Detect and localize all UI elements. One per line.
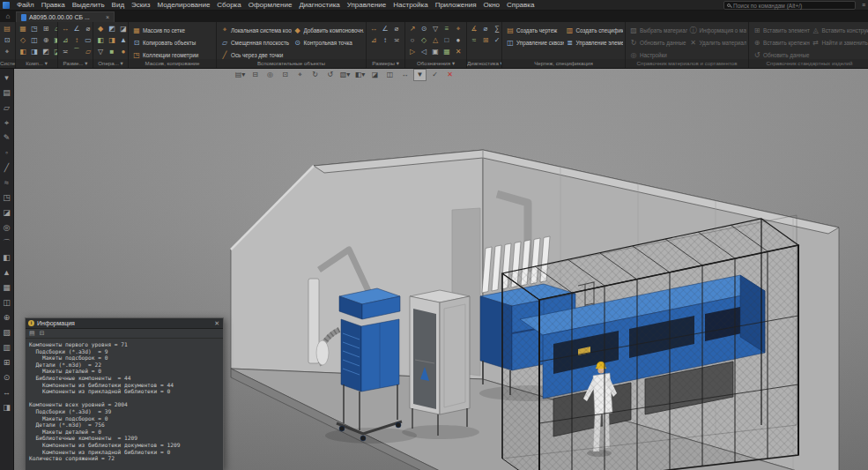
menu-item-Вид[interactable]: Вид [108, 0, 128, 11]
ribbon-tool-icon[interactable]: ↕ [71, 35, 82, 46]
zoom-area-icon[interactable]: ⊡ [279, 70, 291, 80]
ribbon-tool-icon[interactable]: ≍ [60, 47, 70, 57]
hide-panels-icon[interactable]: ⊟ [249, 70, 261, 80]
info-panel[interactable]: i Информация ✕ ▤⊟ Компоненты первого уро… [25, 317, 224, 470]
ribbon-tool-icon[interactable]: ∠ [380, 24, 390, 34]
model-tree-icon[interactable]: ▤▾ [234, 70, 246, 80]
ribbon-tool-icon[interactable]: ▽ [95, 47, 106, 57]
menu-item-Правка[interactable]: Правка [38, 0, 69, 11]
ribbon-tool-icon[interactable]: ◆ [95, 24, 106, 34]
ribbon-tool-icon[interactable]: ◧ [95, 35, 106, 46]
ribbon-tool-icon[interactable]: ◧ [18, 47, 28, 57]
menu-item-Сборка[interactable]: Сборка [213, 0, 244, 11]
ribbon-tool-icon[interactable]: ⌀ [391, 24, 402, 34]
menu-item-Управление[interactable]: Управление [344, 0, 389, 11]
ribbon-tool-icon[interactable]: ◨ [29, 47, 40, 57]
delete-material-button[interactable]: ✕Удалить материал [687, 36, 747, 48]
point-icon[interactable]: ◦ [1, 145, 13, 160]
local-cs-button[interactable]: ⌖Локальная система коорд. [219, 24, 292, 36]
ribbon-tool-icon[interactable]: ● [118, 47, 128, 57]
ribbon-tool-icon[interactable]: ⌀ [480, 24, 491, 34]
ribbon-tool-icon[interactable]: ▲ [118, 35, 128, 46]
previous-view-icon[interactable]: ↺ [324, 70, 336, 80]
ribbon-tool-icon[interactable]: ⊕ [41, 35, 51, 46]
display-mode-icon[interactable]: ◧▾ [354, 70, 366, 80]
mate-icon[interactable]: ⊙ [1, 370, 13, 385]
plane-icon[interactable]: ▱ [1, 101, 13, 116]
ribbon-tool-icon[interactable]: ⊙ [419, 24, 429, 34]
create-spec-button[interactable]: ▥Создать спецификацию [564, 24, 624, 36]
hide-objects-icon[interactable]: ◫ [384, 70, 396, 80]
geometry-collections-button[interactable]: ◳Коллекции геометрии [130, 48, 214, 59]
ribbon-tool-icon[interactable]: ⌖ [2, 47, 12, 57]
ribbon-tool-icon[interactable]: ∑ [492, 24, 501, 34]
info-panel-close-icon[interactable]: ✕ [213, 320, 220, 327]
menu-item-Эскиз[interactable]: Эскиз [128, 0, 153, 11]
ribbon-tool-icon[interactable]: ◨ [107, 35, 117, 46]
collapse-icon[interactable]: ▾ [1, 71, 13, 86]
orientation-icon[interactable]: ▧▾ [339, 70, 351, 80]
save-report-icon[interactable]: ⊟ [40, 330, 45, 337]
update-product-button[interactable]: ↺Обновить данные по изд... [751, 48, 810, 59]
ribbon-tool-icon[interactable]: ▦ [18, 24, 28, 34]
ribbon-tool-icon[interactable]: ◇ [419, 35, 429, 46]
add-layout-button[interactable]: ◆Добавить компоновочн... [292, 24, 365, 36]
surface-icon[interactable]: ▨ [1, 325, 13, 340]
ribbon-tool-icon[interactable]: ▷ [407, 47, 418, 57]
insert-element-button[interactable]: ⊞Вставить элемент [751, 24, 810, 36]
menu-item-Справка[interactable]: Справка [503, 0, 538, 11]
axis-two-points-button[interactable]: ╱Ось через две точки [219, 48, 292, 59]
assembly-icon[interactable]: ⊞ [1, 355, 13, 370]
ribbon-tool-icon[interactable]: ↔ [368, 24, 379, 34]
menu-item-Настройка[interactable]: Настройка [389, 0, 431, 11]
ribbon-tool-icon[interactable]: ∠ [71, 24, 82, 34]
ribbon-tool-icon[interactable]: □ [441, 35, 452, 46]
material-info-button[interactable]: ⓘИнформация о материале... [687, 24, 747, 36]
menu-item-Файл[interactable]: Файл [13, 0, 38, 11]
ribbon-tool-icon[interactable]: ▦ [441, 47, 452, 57]
ribbon-tool-icon[interactable]: ✓ [492, 35, 501, 46]
orbit-icon[interactable]: ↻ [309, 70, 321, 80]
extrude-icon[interactable]: ◳ [1, 190, 13, 205]
ribbon-tool-icon[interactable]: ▭ [403, 35, 404, 46]
ribbon-tool-icon[interactable]: ◩ [41, 47, 51, 57]
ribbon-tool-icon[interactable]: ● [453, 35, 464, 46]
ribbon-tool-icon[interactable]: ⌒ [71, 47, 82, 57]
ribbon-tool-icon[interactable]: ▽ [430, 24, 441, 34]
filter-icon[interactable]: ▼ [414, 70, 426, 80]
menu-item-Приложения[interactable]: Приложения [432, 0, 480, 11]
ribbon-tool-icon[interactable]: ⊿ [368, 35, 379, 46]
structure-icon[interactable]: ▤ [1, 86, 13, 101]
ribbon-tool-icon[interactable]: ◪ [52, 47, 57, 57]
app-logo-icon[interactable] [3, 2, 10, 9]
ribbon-tool-icon[interactable]: ▣ [430, 47, 441, 57]
ribbon-tool-icon[interactable]: ◪ [118, 24, 128, 34]
home-tab-button[interactable]: ⌂ [2, 11, 14, 22]
ribbon-tool-icon[interactable]: ◁ [419, 47, 429, 57]
ribbon-tool-icon[interactable]: ⌀ [83, 24, 93, 34]
document-tab[interactable]: А8095.00.00.00 СБ ... × [16, 11, 115, 22]
ribbon-tool-icon[interactable]: ↔ [60, 24, 70, 34]
sketch-icon[interactable]: ✎ [1, 131, 13, 145]
ribbon-tool-icon[interactable]: ◩ [107, 24, 117, 34]
create-drawing-button[interactable]: ▤Создать чертеж [504, 24, 564, 36]
accept-icon[interactable]: ✓ [429, 70, 441, 80]
insert-fastener-button[interactable]: ⊕Вставить крепежное со... [751, 36, 810, 48]
command-search-input[interactable]: Поиск по командам (Alt+/) [723, 1, 856, 10]
measure-icon[interactable]: ↔ [1, 385, 13, 400]
ribbon-tool-icon[interactable]: ⌒ [403, 24, 404, 34]
ribbon-tool-icon[interactable]: ◇ [18, 35, 28, 46]
ribbon-tool-icon[interactable]: ◫ [29, 35, 40, 46]
update-material-button[interactable]: ↻Обновить данные по мат... [627, 36, 687, 48]
cancel-icon[interactable]: ✕ [444, 70, 456, 80]
ribbon-tool-icon[interactable]: ≈ [469, 35, 479, 46]
spline-icon[interactable]: ≈ [1, 175, 13, 190]
pan-icon[interactable]: ⌖ [294, 70, 306, 80]
ribbon-tool-icon[interactable]: ▤ [2, 24, 12, 34]
ribbon-tool-icon[interactable]: ≋ [464, 47, 466, 57]
dimensions-view-icon[interactable]: ↔ [399, 70, 411, 80]
ribbon-tool-icon[interactable]: ≍ [391, 35, 402, 46]
ribbon-tool-icon[interactable]: ∡ [469, 24, 479, 34]
arc-icon[interactable]: ⌒ [1, 235, 13, 250]
ribbon-tool-icon[interactable]: ▱ [52, 24, 57, 34]
